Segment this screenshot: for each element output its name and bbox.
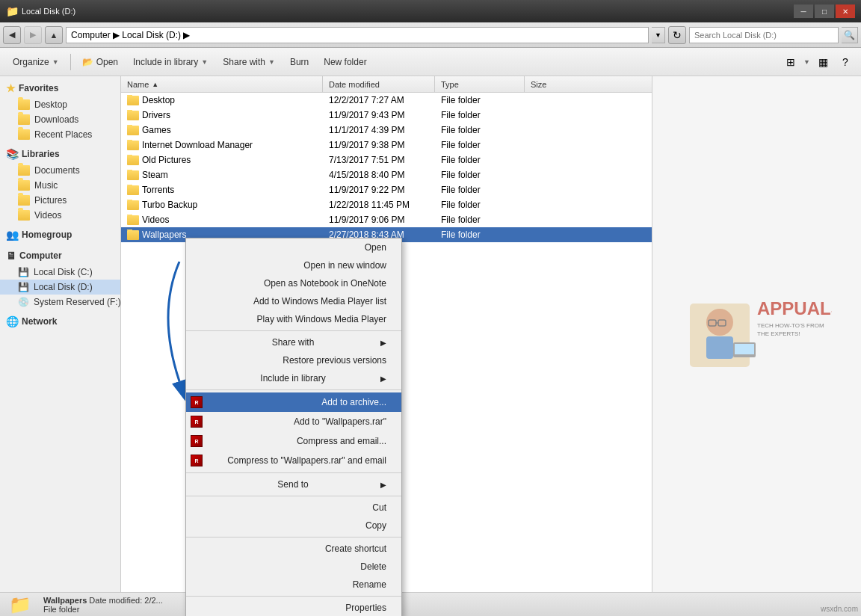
file-name: Old Pictures: [142, 155, 191, 165]
status-bar: 📁 Wallpapers Date modified: 2/2... File …: [0, 592, 861, 616]
libraries-icon: 📚: [6, 148, 19, 160]
col-header-size[interactable]: Size: [525, 76, 584, 92]
pictures-folder-icon: [18, 195, 30, 206]
network-header[interactable]: 🌐 Network: [0, 312, 120, 330]
include-library-button[interactable]: Include in library ▼: [126, 52, 215, 73]
file-type-cell: File folder: [435, 170, 525, 180]
address-input[interactable]: [66, 27, 649, 43]
sidebar-item-system-reserved[interactable]: 💿 System Reserved (F:): [0, 295, 120, 309]
file-name: Torrents: [142, 185, 174, 195]
share-with-button[interactable]: Share with ▼: [216, 52, 282, 73]
col-header-name[interactable]: Name ▲: [121, 76, 323, 92]
context-menu-item[interactable]: Open in new window: [186, 256, 401, 274]
col-header-date[interactable]: Date modified: [323, 76, 435, 92]
context-menu-item[interactable]: Share with▶: [186, 333, 401, 351]
table-row[interactable]: Games 11/1/2017 4:39 PM File folder: [121, 123, 652, 138]
new-folder-button[interactable]: New folder: [317, 52, 373, 73]
favorites-icon: ★: [6, 82, 16, 94]
sidebar-item-documents[interactable]: Documents: [0, 163, 120, 178]
context-menu-item[interactable]: RCompress to "Wallpapers.rar" and email: [186, 451, 401, 470]
sidebar-item-videos[interactable]: Videos: [0, 208, 120, 223]
folder-icon: [127, 200, 139, 210]
status-type: File folder: [43, 605, 163, 614]
title-bar: 📁 Local Disk (D:) ─ □ ✕: [0, 0, 861, 22]
context-menu-item[interactable]: Open as Notebook in OneNote: [186, 274, 401, 292]
help-button[interactable]: ?: [836, 52, 855, 72]
sidebar-item-pictures[interactable]: Pictures: [0, 193, 120, 208]
computer-section: 🖥 Computer 💾 Local Disk (C:) 💾 Local Dis…: [0, 247, 120, 309]
context-menu-item[interactable]: Add to Windows Media Player list: [186, 292, 401, 310]
status-date-value: 2/2...: [144, 596, 162, 605]
homegroup-header[interactable]: 👥 Homegroup: [0, 226, 120, 244]
rar-icon: R: [189, 435, 204, 447]
search-icon[interactable]: 🔍: [842, 27, 858, 43]
table-row[interactable]: Drivers 11/9/2017 9:43 PM File folder: [121, 108, 652, 123]
context-menu-item-label: Add to archive...: [321, 397, 386, 407]
svg-rect-7: [735, 344, 754, 354]
folder-icon: [127, 185, 139, 195]
address-dropdown[interactable]: ▼: [652, 27, 665, 43]
context-menu-item[interactable]: Include in library▶: [186, 369, 401, 387]
table-row[interactable]: Turbo Backup 1/22/2018 11:45 PM File fol…: [121, 197, 652, 212]
file-name: Desktop: [142, 95, 175, 105]
table-row[interactable]: Steam 4/15/2018 8:40 PM File folder: [121, 167, 652, 182]
sidebar-item-local-disk-c[interactable]: 💾 Local Disk (C:): [0, 265, 120, 280]
table-row[interactable]: Internet Download Manager 11/9/2017 9:38…: [121, 138, 652, 153]
context-menu-item[interactable]: Restore previous versions: [186, 351, 401, 369]
open-button[interactable]: 📂 Open: [75, 52, 125, 73]
context-menu-item[interactable]: Send to▶: [186, 475, 401, 493]
computer-label: Computer: [19, 250, 62, 261]
favorites-header[interactable]: ★ Favorites: [0, 79, 120, 97]
context-menu-item[interactable]: RAdd to "Wallpapers.rar": [186, 412, 401, 431]
context-menu-item[interactable]: RCompress and email...: [186, 431, 401, 451]
context-menu-item[interactable]: Delete: [186, 558, 401, 576]
organize-button[interactable]: Organize ▼: [6, 52, 66, 73]
context-menu-item[interactable]: RAdd to archive...: [186, 392, 401, 412]
rar-icon: R: [189, 396, 204, 408]
context-menu-separator: [186, 537, 401, 538]
burn-button[interactable]: Burn: [283, 52, 315, 73]
context-menu-item[interactable]: Open: [186, 238, 401, 256]
context-menu-item[interactable]: Play with Windows Media Player: [186, 310, 401, 328]
context-menu-item[interactable]: Properties: [186, 599, 401, 616]
back-button[interactable]: ◀: [3, 26, 21, 44]
table-row[interactable]: Torrents 11/9/2017 9:22 PM File folder: [121, 182, 652, 197]
up-button[interactable]: ▲: [45, 26, 63, 44]
file-type-cell: File folder: [435, 200, 525, 210]
context-menu-item-label: Include in library: [260, 373, 325, 384]
recent-folder-icon: [18, 129, 30, 140]
maximize-button[interactable]: □: [815, 4, 834, 18]
context-menu-item[interactable]: Copy: [186, 517, 401, 535]
sidebar-item-downloads[interactable]: Downloads: [0, 112, 120, 127]
context-menu-item-label: Copy: [365, 520, 386, 531]
svg-text:THE EXPERTS!: THE EXPERTS!: [757, 330, 800, 337]
context-menu-item[interactable]: Cut: [186, 499, 401, 517]
open-label: Open: [96, 57, 118, 67]
col-date-label: Date modified: [329, 80, 380, 89]
context-menu-item[interactable]: Rename: [186, 576, 401, 594]
table-row[interactable]: Desktop 12/2/2017 7:27 AM File folder: [121, 93, 652, 108]
search-input[interactable]: [689, 27, 839, 43]
preview-pane: APPUALS TECH HOW-TO'S FROM THE EXPERTS!: [652, 76, 861, 592]
sidebar-item-recent-places[interactable]: Recent Places: [0, 127, 120, 142]
view-dropdown-icon[interactable]: ▼: [803, 58, 810, 66]
favorites-label: Favorites: [19, 83, 58, 93]
computer-header[interactable]: 🖥 Computer: [0, 247, 120, 265]
sidebar-item-music[interactable]: Music: [0, 178, 120, 193]
view-options-button[interactable]: ⊞: [781, 52, 800, 72]
col-header-type[interactable]: Type: [435, 76, 525, 92]
close-button[interactable]: ✕: [836, 4, 855, 18]
table-row[interactable]: Videos 11/9/2017 9:06 PM File folder: [121, 212, 652, 227]
share-with-dropdown-icon: ▼: [268, 58, 275, 66]
forward-button[interactable]: ▶: [24, 26, 42, 44]
minimize-button[interactable]: ─: [794, 4, 813, 18]
refresh-button[interactable]: ↻: [668, 26, 686, 44]
folder-icon: [127, 96, 139, 105]
context-menu-item[interactable]: Create shortcut: [186, 540, 401, 558]
preview-pane-button[interactable]: ▦: [813, 52, 833, 72]
sidebar-item-local-disk-d[interactable]: 💾 Local Disk (D:): [0, 280, 120, 295]
libraries-header[interactable]: 📚 Libraries: [0, 145, 120, 163]
table-row[interactable]: Old Pictures 7/13/2017 7:51 PM File fold…: [121, 153, 652, 167]
organize-dropdown-icon: ▼: [52, 58, 59, 66]
sidebar-item-desktop[interactable]: Desktop: [0, 97, 120, 112]
